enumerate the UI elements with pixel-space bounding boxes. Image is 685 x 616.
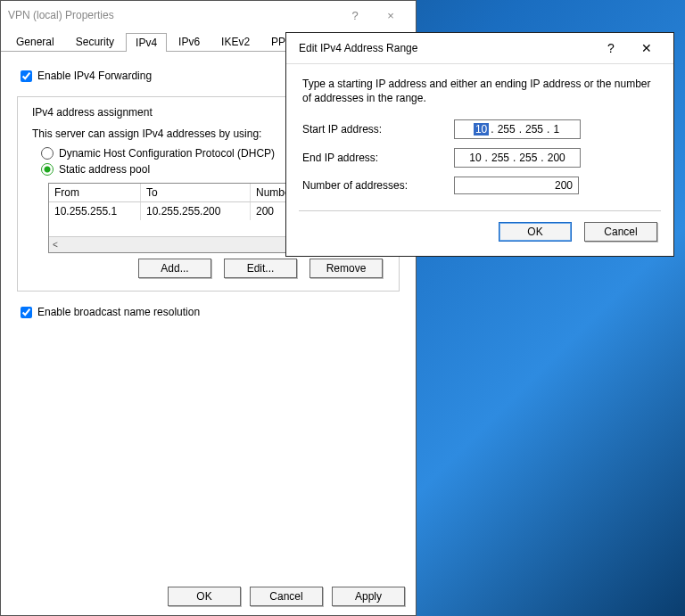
- properties-cancel-button[interactable]: Cancel: [250, 587, 323, 606]
- end-ip-o3[interactable]: 255: [517, 152, 539, 164]
- tab-ikev2[interactable]: IKEv2: [211, 32, 260, 51]
- enable-forwarding-label: Enable IPv4 Forwarding: [37, 70, 152, 82]
- dialog-titlebar: Edit IPv4 Address Range ? ✕: [286, 33, 673, 64]
- dialog-separator: [299, 210, 661, 211]
- tab-ipv6[interactable]: IPv6: [169, 32, 210, 51]
- end-ip-row: End IP address: 10 . 255 . 255 . 200: [302, 148, 657, 168]
- dialog-body: Type a starting IP address and either an…: [286, 64, 673, 256]
- header-from[interactable]: From: [49, 184, 141, 201]
- dialog-description: Type a starting IP address and either an…: [302, 77, 657, 105]
- end-ip-o1[interactable]: 10: [467, 152, 483, 164]
- dialog-cancel-button[interactable]: Cancel: [584, 222, 657, 242]
- edit-range-dialog: Edit IPv4 Address Range ? ✕ Type a start…: [285, 32, 674, 257]
- start-ip-o3[interactable]: 255: [524, 123, 545, 136]
- dialog-button-row: OK Cancel: [302, 222, 657, 242]
- start-ip-o2[interactable]: 255: [496, 123, 517, 136]
- properties-bottom-buttons: OK Cancel Apply: [168, 587, 405, 606]
- radio-dhcp-icon: [41, 147, 54, 160]
- dialog-ok-button[interactable]: OK: [499, 222, 572, 242]
- enable-broadcast-checkbox[interactable]: [21, 307, 32, 318]
- start-ip-label: Start IP address:: [302, 123, 454, 136]
- number-label: Number of addresses:: [302, 179, 454, 192]
- enable-forwarding-checkbox[interactable]: [21, 70, 32, 82]
- start-ip-row: Start IP address: 10 . 255 . 255 . 1: [302, 119, 657, 139]
- cell-from: 10.255.255.1: [49, 202, 141, 220]
- group-title: IPv4 address assignment: [29, 106, 156, 119]
- add-button[interactable]: Add...: [138, 259, 211, 278]
- end-ip-o2[interactable]: 255: [490, 152, 511, 164]
- close-icon[interactable]: ×: [373, 9, 409, 22]
- end-ip-o4[interactable]: 200: [546, 152, 567, 164]
- help-icon[interactable]: ?: [337, 9, 373, 22]
- radio-static-icon: [41, 163, 54, 176]
- end-ip-input[interactable]: 10 . 255 . 255 . 200: [454, 148, 581, 168]
- pool-button-row: Add... Edit... Remove: [29, 259, 383, 278]
- tab-security[interactable]: Security: [66, 32, 124, 51]
- start-ip-input[interactable]: 10 . 255 . 255 . 1: [454, 119, 581, 139]
- edit-button[interactable]: Edit...: [224, 259, 297, 278]
- dialog-close-icon[interactable]: ✕: [629, 41, 664, 55]
- cell-to: 10.255.255.200: [141, 202, 251, 220]
- scroll-left-icon[interactable]: <: [53, 240, 58, 250]
- tab-general[interactable]: General: [6, 32, 64, 51]
- end-ip-label: End IP address:: [302, 152, 454, 164]
- radio-static-label: Static address pool: [59, 163, 150, 176]
- properties-ok-button[interactable]: OK: [168, 587, 241, 606]
- dialog-title: Edit IPv4 Address Range: [299, 42, 593, 54]
- enable-broadcast-row: Enable broadcast name resolution: [21, 306, 400, 318]
- enable-broadcast-label: Enable broadcast name resolution: [37, 306, 200, 318]
- header-to[interactable]: To: [141, 184, 251, 201]
- number-input[interactable]: [454, 177, 579, 194]
- tab-ipv4[interactable]: IPv4: [126, 33, 167, 52]
- properties-apply-button[interactable]: Apply: [332, 587, 405, 606]
- properties-titlebar: VPN (local) Properties ? ×: [1, 1, 416, 29]
- dialog-help-icon[interactable]: ?: [593, 41, 629, 55]
- start-ip-o1[interactable]: 10: [474, 123, 489, 136]
- remove-button[interactable]: Remove: [309, 259, 383, 278]
- number-row: Number of addresses:: [302, 177, 657, 194]
- start-ip-o4[interactable]: 1: [551, 123, 561, 136]
- radio-dhcp-label: Dynamic Host Configuration Protocol (DHC…: [59, 147, 275, 160]
- properties-title: VPN (local) Properties: [8, 9, 337, 21]
